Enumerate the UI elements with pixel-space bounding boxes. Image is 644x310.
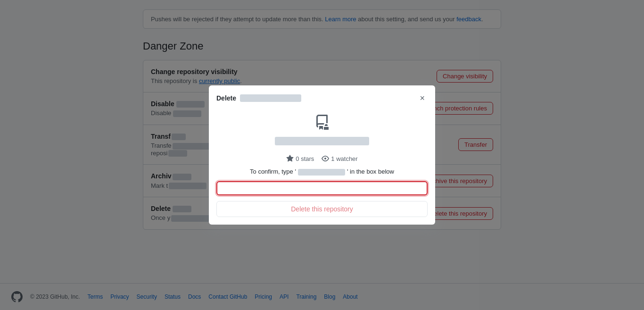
repo-icon-container <box>275 115 369 145</box>
modal-close-button[interactable]: × <box>417 93 428 103</box>
confirm-input[interactable] <box>216 181 428 195</box>
repo-stats: 0 stars 1 watcher <box>286 155 357 162</box>
stars-count: 0 stars <box>296 155 314 162</box>
delete-modal: Delete × <box>209 85 435 225</box>
repo-lock-icon <box>314 115 330 133</box>
eye-icon <box>322 155 329 162</box>
modal-body: 0 stars 1 watcher To confirm, type '' in… <box>216 111 428 217</box>
stars-stat: 0 stars <box>286 155 314 162</box>
watchers-stat: 1 watcher <box>322 155 357 162</box>
star-icon <box>286 155 294 162</box>
modal-title: Delete <box>216 94 236 102</box>
modal-overlay: Delete × <box>0 0 644 310</box>
modal-header: Delete × <box>216 93 428 103</box>
confirm-name-redacted <box>298 169 345 176</box>
modal-title-row: Delete <box>216 94 301 102</box>
watchers-count: 1 watcher <box>331 155 357 162</box>
repo-name-redacted <box>275 137 369 145</box>
modal-title-redacted <box>240 94 301 102</box>
confirm-text: To confirm, type '' in the box below <box>250 168 394 176</box>
modal-delete-button[interactable]: Delete this repository <box>216 201 428 217</box>
